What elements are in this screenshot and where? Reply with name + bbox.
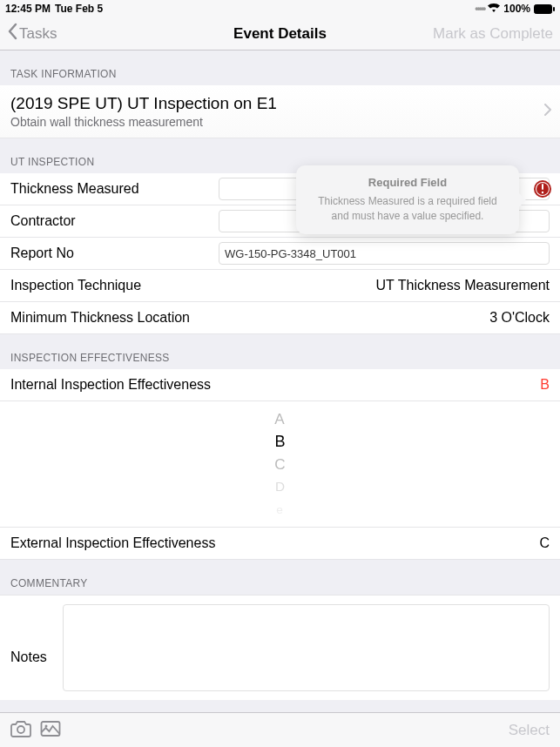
nav-bar: Tasks Event Details Mark as Complete bbox=[0, 17, 560, 50]
back-label: Tasks bbox=[19, 25, 57, 43]
reportno-label: Report No bbox=[10, 246, 74, 261]
technique-value: UT Thickness Measurement bbox=[376, 278, 550, 293]
back-button[interactable]: Tasks bbox=[7, 23, 57, 44]
battery-icon bbox=[534, 4, 555, 14]
section-header-commentary: COMMENTARY bbox=[0, 560, 560, 595]
camera-icon[interactable] bbox=[10, 720, 31, 741]
svg-rect-1 bbox=[553, 7, 555, 11]
picker-option-selected[interactable]: B bbox=[274, 431, 285, 452]
page-title: Event Details bbox=[233, 25, 327, 43]
picker-option[interactable]: A bbox=[275, 409, 285, 429]
tooltip-message: Thickness Measured is a required field a… bbox=[308, 194, 507, 224]
chevron-right-icon bbox=[544, 104, 551, 119]
tooltip-arrow bbox=[519, 193, 526, 207]
external-value: C bbox=[539, 535, 550, 551]
wifi-icon bbox=[488, 3, 500, 15]
svg-point-7 bbox=[17, 726, 24, 733]
minthick-label: Minimum Thickness Location bbox=[10, 310, 190, 326]
svg-rect-0 bbox=[535, 4, 552, 13]
svg-rect-5 bbox=[542, 184, 543, 190]
photo-library-icon[interactable] bbox=[40, 720, 61, 741]
alert-icon[interactable] bbox=[533, 179, 552, 199]
cellular-icon: ••••• bbox=[475, 3, 484, 15]
row-internal-effectiveness[interactable]: Internal Inspection Effectiveness B bbox=[0, 369, 560, 401]
picker-option[interactable]: D bbox=[275, 478, 285, 495]
chevron-left-icon bbox=[7, 23, 17, 44]
battery-percent: 100% bbox=[503, 3, 530, 15]
minthick-value: 3 O'Clock bbox=[489, 310, 550, 326]
picker-option[interactable]: C bbox=[274, 454, 285, 474]
row-inspection-technique[interactable]: Inspection Technique UT Thickness Measur… bbox=[0, 270, 560, 302]
row-report-no: Report No bbox=[0, 238, 560, 270]
external-label: External Inspection Effectiveness bbox=[10, 535, 215, 551]
reportno-input[interactable] bbox=[219, 242, 550, 265]
task-subtitle: Obtain wall thickness measurement bbox=[10, 115, 203, 129]
notes-textarea[interactable] bbox=[63, 604, 550, 691]
internal-label: Internal Inspection Effectiveness bbox=[10, 377, 211, 393]
row-external-effectiveness[interactable]: External Inspection Effectiveness C bbox=[0, 528, 560, 560]
status-time: 12:45 PM bbox=[5, 3, 51, 15]
picker-option[interactable]: e bbox=[277, 501, 284, 517]
row-notes: Notes bbox=[0, 595, 560, 700]
picker-wheel[interactable]: A B C D e bbox=[0, 401, 560, 528]
svg-point-9 bbox=[45, 724, 48, 727]
thickness-label: Thickness Measured bbox=[10, 181, 139, 197]
internal-value: B bbox=[540, 377, 550, 393]
status-date: Tue Feb 5 bbox=[55, 3, 103, 15]
contractor-label: Contractor bbox=[10, 213, 76, 229]
section-header-effectiveness: INSPECTION EFFECTIVENESS bbox=[0, 334, 560, 369]
mark-complete-button[interactable]: Mark as Complete bbox=[433, 25, 553, 43]
technique-label: Inspection Technique bbox=[10, 278, 141, 293]
task-title: (2019 SPE UT) UT Inspection on E1 bbox=[10, 94, 277, 113]
status-bar: 12:45 PM Tue Feb 5 ••••• 100% bbox=[0, 0, 560, 17]
notes-label: Notes bbox=[10, 604, 47, 665]
row-min-thickness-location[interactable]: Minimum Thickness Location 3 O'Clock bbox=[0, 302, 560, 334]
bottom-toolbar: Select bbox=[0, 712, 560, 747]
svg-point-6 bbox=[542, 192, 543, 193]
required-field-tooltip: Required Field Thickness Measured is a r… bbox=[296, 165, 519, 234]
select-button[interactable]: Select bbox=[509, 722, 550, 739]
tooltip-title: Required Field bbox=[308, 176, 507, 189]
task-row[interactable]: (2019 SPE UT) UT Inspection on E1 Obtain… bbox=[0, 85, 560, 138]
section-header-task-info: TASK INFORMATION bbox=[0, 50, 560, 85]
